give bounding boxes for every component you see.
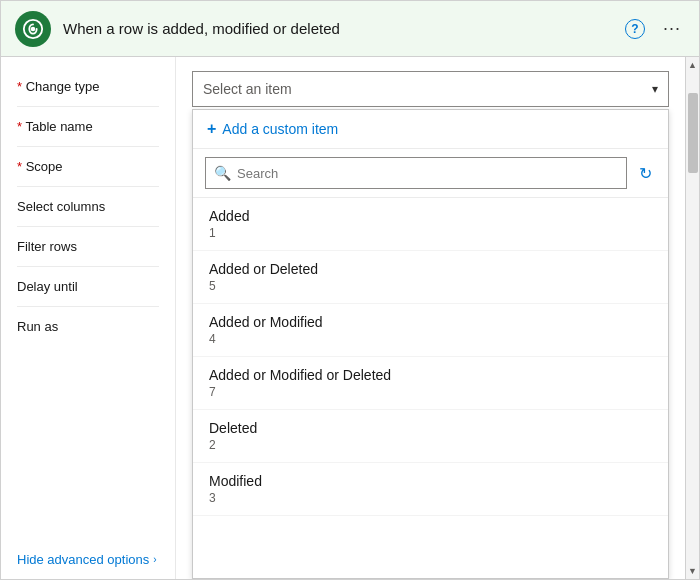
item-name: Added: [209, 208, 652, 224]
scroll-up-arrow[interactable]: ▲: [686, 57, 699, 73]
field-run-as: Run as: [17, 309, 159, 344]
run-as-label: Run as: [17, 319, 58, 334]
header: When a row is added, modified or deleted…: [1, 1, 699, 57]
scroll-down-arrow[interactable]: ▼: [686, 563, 699, 579]
more-icon: ···: [663, 18, 681, 39]
chevron-right-icon: ›: [153, 554, 156, 565]
item-value: 1: [209, 226, 652, 240]
table-name-label: Table name: [17, 119, 93, 134]
item-value: 4: [209, 332, 652, 346]
search-icon: 🔍: [214, 165, 231, 181]
list-item[interactable]: Deleted 2: [193, 410, 668, 463]
field-table-name: Table name: [17, 109, 159, 144]
help-icon: ?: [625, 19, 645, 39]
item-value: 7: [209, 385, 652, 399]
outer-scrollbar: ▲ ▼: [685, 57, 699, 579]
list-item[interactable]: Added 1: [193, 198, 668, 251]
refresh-button[interactable]: ↻: [635, 160, 656, 187]
dropdown-panel: + Add a custom item 🔍 ↻ Added: [192, 109, 669, 579]
field-select-columns: Select columns: [17, 189, 159, 224]
main-container: When a row is added, modified or deleted…: [0, 0, 700, 580]
field-delay-until: Delay until: [17, 269, 159, 304]
plus-icon: +: [207, 120, 216, 138]
header-title: When a row is added, modified or deleted: [63, 20, 621, 37]
hide-advanced-label: Hide advanced options: [17, 552, 149, 567]
up-arrow-icon: ▲: [688, 60, 697, 70]
select-placeholder: Select an item: [203, 81, 652, 97]
scroll-thumb[interactable]: [688, 93, 698, 173]
left-panel: Change type Table name Scope Select colu…: [1, 57, 176, 579]
header-actions: ? ···: [621, 14, 685, 43]
dropdown-chevron-icon: ▾: [652, 82, 658, 96]
list-item[interactable]: Added or Modified 4: [193, 304, 668, 357]
list-item[interactable]: Added or Deleted 5: [193, 251, 668, 304]
items-list: Added 1 Added or Deleted 5 Added or Modi…: [193, 198, 668, 578]
more-button[interactable]: ···: [659, 14, 685, 43]
search-input-wrap: 🔍: [205, 157, 627, 189]
search-bar: 🔍 ↻: [193, 149, 668, 198]
field-change-type: Change type: [17, 69, 159, 104]
body: Change type Table name Scope Select colu…: [1, 57, 699, 579]
add-custom-item-button[interactable]: + Add a custom item: [193, 110, 668, 149]
select-columns-label: Select columns: [17, 199, 105, 214]
item-value: 3: [209, 491, 652, 505]
delay-until-label: Delay until: [17, 279, 78, 294]
item-name: Added or Modified: [209, 314, 652, 330]
down-arrow-icon: ▼: [688, 566, 697, 576]
refresh-icon: ↻: [639, 164, 652, 183]
item-value: 2: [209, 438, 652, 452]
hide-advanced-link[interactable]: Hide advanced options ›: [17, 536, 159, 567]
item-name: Added or Deleted: [209, 261, 652, 277]
filter-rows-label: Filter rows: [17, 239, 77, 254]
add-custom-label: Add a custom item: [222, 121, 338, 137]
list-item[interactable]: Added or Modified or Deleted 7: [193, 357, 668, 410]
item-name: Modified: [209, 473, 652, 489]
app-icon: [15, 11, 51, 47]
field-scope: Scope: [17, 149, 159, 184]
svg-point-1: [31, 26, 36, 31]
field-filter-rows: Filter rows: [17, 229, 159, 264]
search-input[interactable]: [237, 166, 618, 181]
item-name: Deleted: [209, 420, 652, 436]
list-item[interactable]: Modified 3: [193, 463, 668, 516]
select-item-dropdown[interactable]: Select an item ▾: [192, 71, 669, 107]
right-panel: Select an item ▾ + Add a custom item 🔍: [176, 57, 685, 579]
change-type-label: Change type: [17, 79, 99, 94]
item-name: Added or Modified or Deleted: [209, 367, 652, 383]
scope-label: Scope: [17, 159, 63, 174]
item-value: 5: [209, 279, 652, 293]
help-button[interactable]: ?: [621, 15, 649, 43]
